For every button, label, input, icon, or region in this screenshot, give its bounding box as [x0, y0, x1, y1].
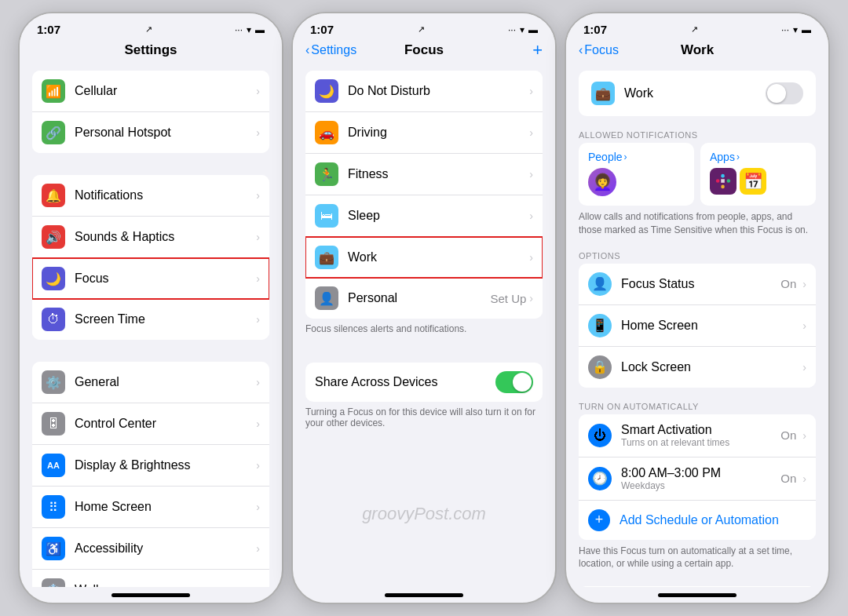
lock-screen-title: Lock Screen [621, 360, 799, 374]
options-focus-status[interactable]: 👤 Focus Status On › [579, 264, 816, 305]
sounds-chevron: › [256, 231, 260, 243]
settings-item-display[interactable]: AA Display & Brightness › [32, 445, 269, 487]
nav-back-3[interactable]: ‹ Focus [579, 43, 619, 57]
schedule-time-value: On [780, 472, 796, 485]
settings-item-hotspot[interactable]: 🔗 Personal Hotspot › [32, 112, 269, 153]
work-toggle-row[interactable]: 💼 Work [579, 71, 816, 116]
nav-bar-3: ‹ Focus Work [566, 39, 828, 63]
allowed-note: Allow calls and notifications from peopl… [579, 210, 816, 237]
focus-item-work[interactable]: 💼 Work › [305, 237, 543, 278]
smart-activation-value: On [780, 428, 796, 442]
settings-item-cellular[interactable]: 📶 Cellular › [32, 71, 269, 112]
display-icon: AA [42, 454, 65, 477]
status-bar-1: 1:07 ↗ ··· ▾ ▬ [20, 13, 282, 39]
home-screen-text: Home Screen [621, 319, 799, 333]
focus-icon: 🌙 [42, 267, 65, 290]
people-card-title: People › [588, 151, 685, 163]
settings-item-general[interactable]: ⚙️ General › [32, 362, 269, 403]
focus-item-fitness[interactable]: 🏃 Fitness › [305, 154, 543, 195]
wifi-icon-1: ▾ [247, 24, 251, 35]
personal-label: Personal [348, 291, 490, 305]
nav-plus-2[interactable]: + [532, 40, 543, 60]
svg-rect-1 [721, 174, 725, 178]
options-home-screen[interactable]: 📱 Home Screen › [579, 305, 816, 347]
home-bar-2 [293, 587, 555, 603]
focus-item-sleep[interactable]: 🛏 Sleep › [305, 195, 543, 237]
settings-item-control[interactable]: 🎛 Control Center › [32, 403, 269, 445]
work-highlight-wrapper: 💼 Work › [305, 237, 543, 278]
personal-icon: 👤 [315, 286, 338, 310]
schedule-time-chevron: › [802, 472, 806, 485]
work-toggle-label: Work [624, 86, 766, 100]
smart-activation-row[interactable]: ⏻ Smart Activation Turns on at relevant … [579, 414, 816, 457]
focus-note: Focus silences alerts and notifications. [293, 319, 555, 341]
settings-scroll[interactable]: 📶 Cellular › 🔗 Personal Hotspot › 🔔 Noti… [20, 63, 282, 587]
control-icon: 🎛 [42, 412, 65, 436]
homescreen-chevron: › [256, 501, 260, 513]
settings-item-notifications[interactable]: 🔔 Notifications › [32, 175, 269, 217]
auto-header: TURN ON AUTOMATICALLY [566, 388, 828, 414]
schedule-time-row[interactable]: 🕗 8:00 AM–3:00 PM Weekdays On › [579, 457, 816, 501]
smart-activation-chevron: › [802, 429, 806, 442]
settings-item-screentime[interactable]: ⏱ Screen Time › [32, 299, 269, 340]
back-chevron-2: ‹ [305, 43, 309, 57]
smart-activation-title: Smart Activation [621, 423, 780, 437]
add-schedule-row[interactable]: + Add Schedule or Automation [579, 501, 816, 540]
people-avatars: 👩‍🦱 [588, 168, 685, 196]
time-3: 1:07 [583, 23, 607, 36]
focus-status-chevron: › [802, 278, 806, 290]
share-across-row[interactable]: Share Across Devices [305, 363, 543, 402]
slack-icon [710, 168, 737, 195]
general-label: General [75, 375, 253, 389]
work-scroll[interactable]: 💼 Work ALLOWED NOTIFICATIONS People › 👩‍… [566, 63, 828, 587]
work-icon-toggle: 💼 [591, 82, 615, 105]
dnd-chevron: › [529, 85, 533, 97]
general-chevron: › [256, 376, 260, 388]
work-toggle-switch[interactable] [766, 82, 803, 104]
focus-group-1: 🌙 Do Not Disturb › 🚗 Driving › 🏃 Fitness… [305, 71, 543, 319]
options-group: 👤 Focus Status On › 📱 Home Screen › 🔒 Lo… [579, 264, 816, 388]
signal-icon-2: ··· [508, 24, 516, 35]
schedule-time-text: 8:00 AM–3:00 PM Weekdays [621, 466, 780, 491]
focus-item-dnd[interactable]: 🌙 Do Not Disturb › [305, 71, 543, 112]
status-icons-1: ··· ▾ ▬ [235, 24, 265, 35]
focus-item-driving[interactable]: 🚗 Driving › [305, 112, 543, 154]
share-toggle[interactable] [495, 371, 533, 393]
svg-rect-2 [721, 185, 725, 189]
driving-label: Driving [348, 126, 526, 140]
settings-item-homescreen[interactable]: ⠿ Home Screen › [32, 487, 269, 528]
people-card[interactable]: People › 👩‍🦱 [579, 143, 694, 206]
settings-item-sounds[interactable]: 🔊 Sounds & Haptics › [32, 217, 269, 258]
settings-item-wallpaper[interactable]: ❄️ Wallpaper › [32, 570, 269, 587]
dnd-label: Do Not Disturb [348, 84, 526, 98]
svg-rect-3 [727, 179, 731, 183]
driving-icon: 🚗 [315, 121, 338, 144]
settings-item-accessibility[interactable]: ♿ Accessibility › [32, 528, 269, 570]
nav-back-2[interactable]: ‹ Settings [305, 43, 356, 57]
focus-item-personal[interactable]: 👤 Personal Set Up › [305, 278, 543, 319]
sleep-label: Sleep [348, 209, 526, 223]
control-chevron: › [256, 417, 260, 430]
settings-item-focus[interactable]: 🌙 Focus › [32, 258, 269, 299]
nav-title-2: Focus [404, 42, 444, 58]
dnd-icon: 🌙 [315, 79, 338, 103]
location-icon-2: ↗ [418, 24, 425, 35]
apps-card-title: Apps › [710, 151, 806, 163]
focus-label: Focus [75, 272, 253, 286]
options-lock-screen[interactable]: 🔒 Lock Screen › [579, 347, 816, 388]
smart-activation-text: Smart Activation Turns on at relevant ti… [621, 423, 780, 448]
wallpaper-icon: ❄️ [42, 578, 65, 587]
schedule-time-sub: Weekdays [621, 480, 780, 491]
home-screen-chevron: › [802, 319, 806, 332]
lock-screen-icon: 🔒 [588, 355, 612, 379]
people-chevron: › [624, 151, 627, 162]
lock-screen-chevron: › [802, 361, 806, 374]
battery-icon-3: ▬ [802, 24, 811, 35]
status-icons-3: ··· ▾ ▬ [781, 24, 811, 35]
nav-bar-1: Settings [20, 39, 282, 63]
status-bar-3: 1:07 ↗ ··· ▾ ▬ [566, 13, 828, 39]
home-bar-3 [566, 587, 828, 603]
work-label: Work [348, 250, 526, 264]
apps-card[interactable]: Apps › 📅 [700, 143, 816, 206]
focus-scroll[interactable]: 🌙 Do Not Disturb › 🚗 Driving › 🏃 Fitness… [293, 63, 555, 587]
